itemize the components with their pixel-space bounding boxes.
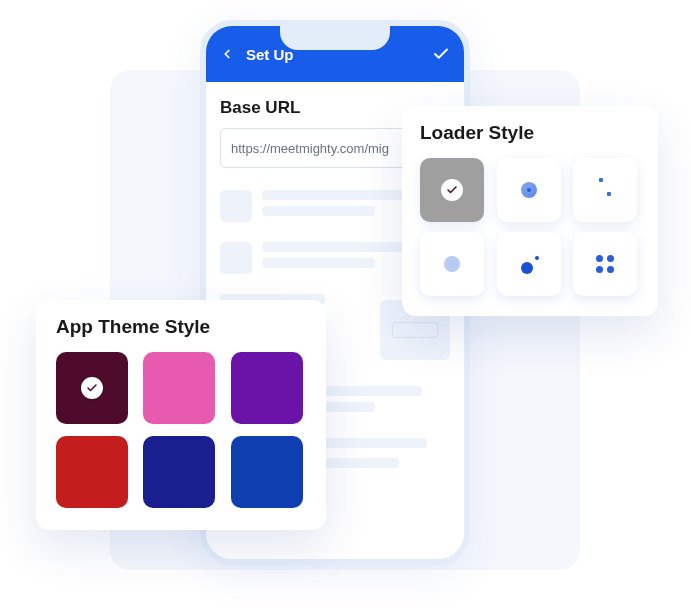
loader-dots-icon	[597, 178, 613, 202]
loader-orbit-icon	[517, 252, 541, 276]
loader-option-5[interactable]	[497, 232, 561, 296]
app-theme-card: App Theme Style	[36, 300, 326, 530]
loader-option-3[interactable]	[573, 158, 637, 222]
theme-swatch-1[interactable]	[56, 352, 128, 424]
back-icon[interactable]	[220, 47, 234, 61]
theme-swatch-5[interactable]	[143, 436, 215, 508]
theme-swatch-4[interactable]	[56, 436, 128, 508]
theme-card-title: App Theme Style	[56, 316, 306, 338]
theme-swatch-6[interactable]	[231, 436, 303, 508]
loader-option-1[interactable]	[420, 158, 484, 222]
loader-fade-icon	[444, 256, 460, 272]
loader-option-4[interactable]	[420, 232, 484, 296]
loader-grid-icon	[596, 255, 614, 273]
theme-swatch-3[interactable]	[231, 352, 303, 424]
loader-style-card: Loader Style	[402, 106, 658, 316]
loader-option-6[interactable]	[573, 232, 637, 296]
check-icon	[81, 377, 103, 399]
confirm-icon[interactable]	[432, 45, 450, 63]
phone-notch	[280, 24, 390, 50]
loader-option-2[interactable]	[497, 158, 561, 222]
loader-pulse-icon	[521, 182, 537, 198]
loader-grid	[420, 158, 640, 296]
check-icon	[441, 179, 463, 201]
theme-grid	[56, 352, 306, 508]
loader-card-title: Loader Style	[420, 122, 640, 144]
theme-swatch-2[interactable]	[143, 352, 215, 424]
